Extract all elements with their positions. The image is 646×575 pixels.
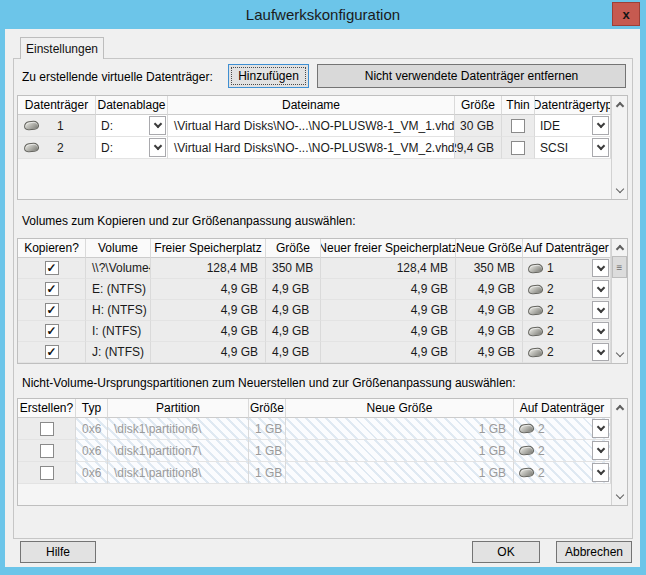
volumes-table-scrollbar[interactable]: ≡ <box>611 239 627 363</box>
disks-table-scrollbar[interactable] <box>611 96 627 199</box>
combo-dropdown-button[interactable] <box>592 463 609 482</box>
close-icon: x <box>622 7 629 22</box>
volume-cell: E: (NTFS) <box>86 279 151 300</box>
datenablage-combo[interactable]: D: <box>96 115 168 137</box>
auf-datentraeger-combo[interactable]: 2 <box>514 440 611 462</box>
combo-dropdown-button[interactable] <box>592 343 609 361</box>
datenablage-combo[interactable]: D: <box>96 137 168 159</box>
auf-datentraeger-combo[interactable]: 2 <box>523 342 611 363</box>
scroll-down-button[interactable] <box>612 488 627 505</box>
help-button[interactable]: Hilfe <box>20 541 96 563</box>
disk-icon <box>528 284 544 294</box>
tab-einstellungen[interactable]: Einstellungen <box>20 37 104 59</box>
neu-frei-cell: 128,4 MB <box>321 258 456 279</box>
chevron-down-icon <box>596 467 604 475</box>
table-row: 2 D: \Virtual Hard Disks\NO-...\NO-PLUSW… <box>18 137 611 159</box>
combo-dropdown-button[interactable] <box>592 419 609 438</box>
remove-unused-button[interactable]: Nicht verwendete Datenträger entfernen <box>317 64 626 88</box>
combo-dropdown-button[interactable] <box>592 138 609 157</box>
ok-button[interactable]: OK <box>472 541 540 563</box>
groesse-cell: 1 GB <box>249 440 286 462</box>
dateiname-cell[interactable]: \Virtual Hard Disks\NO-...\NO-PLUSW8-1_V… <box>168 137 455 159</box>
groesse-cell: 1 GB <box>249 418 286 440</box>
chevron-down-icon <box>153 120 161 128</box>
scrollbar-thumb[interactable]: ≡ <box>612 256 627 278</box>
chevron-down-icon <box>615 491 623 499</box>
chevron-down-icon <box>596 325 604 333</box>
typ-combo[interactable]: SCSI <box>535 137 611 159</box>
groesse-cell: 4,9 GB <box>266 300 321 321</box>
chevron-down-icon <box>596 346 604 354</box>
thin-cell <box>502 115 535 137</box>
typ-cell: 0x6 <box>76 440 108 462</box>
kopieren-checkbox[interactable]: ✓ <box>45 282 59 296</box>
disk-number-cell: 1 <box>18 115 96 137</box>
kopieren-checkbox[interactable]: ✓ <box>45 324 59 338</box>
scroll-up-button[interactable] <box>612 96 627 113</box>
partition-cell: \disk1\partition8\ <box>108 462 249 484</box>
combo-dropdown-button[interactable] <box>149 116 166 135</box>
typ-cell: 0x6 <box>76 418 108 440</box>
kopieren-checkbox[interactable]: ✓ <box>45 303 59 317</box>
auf-datentraeger-combo[interactable]: 2 <box>514 462 611 484</box>
auf-datentraeger-combo[interactable]: 2 <box>523 321 611 342</box>
auf-datentraeger-combo[interactable]: 2 <box>514 418 611 440</box>
close-button[interactable]: x <box>612 2 640 26</box>
neue-groesse-cell: 1 GB <box>286 440 514 462</box>
col-dateiname: Dateiname <box>168 96 455 115</box>
chevron-up-icon <box>615 102 623 110</box>
kopieren-checkbox[interactable]: ✓ <box>45 345 59 359</box>
col-groesse: Größe <box>249 399 286 418</box>
thin-checkbox[interactable] <box>511 141 525 155</box>
erstellen-checkbox[interactable] <box>40 466 54 480</box>
kopieren-checkbox[interactable]: ✓ <box>45 261 59 275</box>
erstellen-checkbox[interactable] <box>40 422 54 436</box>
auf-datentraeger-combo[interactable]: 2 <box>523 300 611 321</box>
virtual-disks-label: Zu erstellende virtuelle Datenträger: <box>22 70 213 84</box>
volumes-table: Kopieren? Volume Freier Speicherplatz Gr… <box>17 238 628 364</box>
add-button[interactable]: Hinzufügen <box>228 64 309 88</box>
groesse-cell: 4,9 GB <box>266 321 321 342</box>
scroll-up-button[interactable] <box>612 239 627 256</box>
col-volume: Volume <box>86 239 151 258</box>
combo-dropdown-button[interactable] <box>592 301 609 319</box>
typ-combo[interactable]: IDE <box>535 115 611 137</box>
neu-groesse-cell: 4,9 GB <box>456 321 523 342</box>
combo-dropdown-button[interactable] <box>592 259 609 277</box>
disk-icon <box>528 263 544 273</box>
tab-label: Einstellungen <box>26 42 98 56</box>
partition-cell: \disk1\partition7\ <box>108 440 249 462</box>
combo-dropdown-button[interactable] <box>149 138 166 157</box>
disk-icon <box>519 423 535 433</box>
dateiname-cell[interactable]: \Virtual Hard Disks\NO-...\NO-PLUSW8-1_V… <box>168 115 455 137</box>
disk-icon <box>24 120 40 130</box>
table-empty-area <box>18 484 611 505</box>
partitions-label: Nicht-Volume-Ursprungspartitionen zum Ne… <box>22 376 516 390</box>
neu-frei-cell: 4,9 GB <box>321 321 456 342</box>
combo-dropdown-button[interactable] <box>592 116 609 135</box>
combo-dropdown-button[interactable] <box>592 280 609 298</box>
neu-groesse-cell: 4,9 GB <box>456 279 523 300</box>
auf-datentraeger-combo[interactable]: 2 <box>523 279 611 300</box>
neu-frei-cell: 4,9 GB <box>321 279 456 300</box>
combo-dropdown-button[interactable] <box>592 441 609 460</box>
table-empty-area <box>18 159 611 199</box>
col-erstellen: Erstellen? <box>18 399 76 418</box>
disks-table-header: Datenträger Datenablage Dateiname Größe … <box>18 96 611 115</box>
scroll-down-button[interactable] <box>612 346 627 363</box>
col-neue-groesse: Neue Größe <box>286 399 514 418</box>
cancel-button[interactable]: Abbrechen <box>556 541 632 563</box>
chevron-down-icon <box>615 185 623 193</box>
auf-datentraeger-combo[interactable]: 1 <box>523 258 611 279</box>
title-bar: Laufwerkskonfiguration <box>0 0 646 29</box>
chevron-down-icon <box>596 283 604 291</box>
scroll-down-button[interactable] <box>612 182 627 199</box>
combo-dropdown-button[interactable] <box>592 322 609 340</box>
table-row: 1 D: \Virtual Hard Disks\NO-...\NO-PLUSW… <box>18 115 611 137</box>
col-datentraeger: Datenträger <box>18 96 96 115</box>
erstellen-checkbox[interactable] <box>40 444 54 458</box>
scroll-up-button[interactable] <box>612 399 627 416</box>
thin-checkbox[interactable] <box>511 119 525 133</box>
partitions-table-scrollbar[interactable] <box>611 399 627 505</box>
neu-groesse-cell: 4,9 GB <box>456 300 523 321</box>
